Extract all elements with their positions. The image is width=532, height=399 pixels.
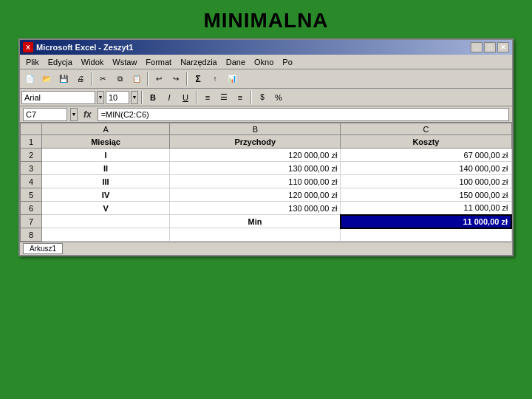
toolbar-sep-3	[186, 72, 188, 86]
row-num-4: 4	[21, 175, 42, 188]
autosum-button[interactable]: Σ	[190, 71, 206, 87]
cell-b3[interactable]: 130 000,00 zł	[170, 162, 341, 175]
cell-b2[interactable]: 120 000,00 zł	[170, 149, 341, 162]
cell-a1[interactable]: Miesiąc	[41, 135, 169, 149]
cell-c7[interactable]: 11 000,00 zł	[341, 215, 511, 228]
copy-button[interactable]: ⧉	[112, 71, 128, 87]
window-controls: _ □ ✕	[471, 42, 509, 52]
maximize-button[interactable]: □	[484, 42, 496, 52]
cell-a8[interactable]	[41, 228, 169, 242]
align-left-button[interactable]: ≡	[200, 91, 215, 104]
table-row: 4 III 110 000,00 zł 100 000,00 zł	[21, 175, 512, 188]
formula-bar: C7 ▼ fx =MIN(C2:C6)	[20, 106, 512, 123]
row-num-3: 3	[21, 162, 42, 175]
menu-widok[interactable]: Widok	[77, 57, 109, 67]
excel-window: X Microsoft Excel - Zeszyt1 _ □ ✕ Plik E…	[18, 38, 514, 256]
main-toolbar: 📄 📂 💾 🖨 ✂ ⧉ 📋 ↩ ↪ Σ ↑ 📊	[20, 69, 512, 89]
cell-a6[interactable]: V	[41, 202, 169, 215]
font-name-dropdown[interactable]: ▼	[97, 91, 104, 104]
menu-okno[interactable]: Okno	[250, 57, 278, 67]
currency-button[interactable]: $	[255, 91, 270, 104]
cell-a2[interactable]: I	[41, 149, 169, 162]
table-row: 5 IV 120 000,00 zł 150 000,00 zł	[21, 188, 512, 202]
cell-a7[interactable]	[41, 215, 169, 228]
window-title: Microsoft Excel - Zeszyt1	[36, 43, 471, 52]
fx-label: fx	[81, 109, 95, 120]
cell-b5[interactable]: 120 000,00 zł	[170, 188, 341, 202]
menu-wstaw[interactable]: Wstaw	[108, 57, 141, 67]
font-size-dropdown[interactable]: ▼	[131, 91, 138, 104]
cell-c1[interactable]: Koszty	[341, 135, 511, 149]
print-button[interactable]: 🖨	[72, 71, 89, 87]
cell-b1[interactable]: Przychody	[170, 135, 341, 149]
underline-button[interactable]: U	[178, 91, 193, 104]
menu-narzedzia[interactable]: Narzędzia	[176, 57, 222, 67]
spreadsheet-table: A B C 1 Miesiąc Przychody Koszty 2 I 120…	[20, 123, 512, 242]
cell-reference-box[interactable]: C7	[23, 108, 67, 121]
format-sep-3	[250, 91, 252, 104]
align-right-button[interactable]: ≡	[233, 91, 248, 104]
cell-c8[interactable]	[341, 228, 511, 242]
save-button[interactable]: 💾	[55, 71, 72, 87]
table-row: 1 Miesiąc Przychody Koszty	[21, 135, 512, 149]
percent-button[interactable]: %	[271, 91, 286, 104]
row-num-2: 2	[21, 149, 42, 162]
cut-button[interactable]: ✂	[95, 71, 111, 87]
table-row: 6 V 130 000,00 zł 11 000,00 zł	[21, 202, 512, 215]
new-button[interactable]: 📄	[21, 71, 38, 87]
col-header-a[interactable]: A	[41, 123, 169, 135]
menu-format[interactable]: Format	[141, 57, 176, 67]
spreadsheet-area: A B C 1 Miesiąc Przychody Koszty 2 I 120…	[20, 123, 512, 242]
redo-button[interactable]: ↪	[168, 71, 184, 87]
cell-a5[interactable]: IV	[41, 188, 169, 202]
cell-c6[interactable]: 11 000,00 zł	[341, 202, 511, 215]
cell-c2[interactable]: 67 000,00 zł	[341, 149, 511, 162]
menu-po[interactable]: Po	[278, 57, 296, 67]
minimize-button[interactable]: _	[471, 42, 482, 52]
app-icon: X	[23, 42, 33, 52]
cell-c3[interactable]: 140 000,00 zł	[341, 162, 511, 175]
row-num-8: 8	[21, 228, 42, 242]
toolbar-sep-1	[91, 72, 92, 86]
sort-asc-button[interactable]: ↑	[207, 71, 223, 87]
cell-c5[interactable]: 150 000,00 zł	[341, 188, 511, 202]
table-row: 3 II 130 000,00 zł 140 000,00 zł	[21, 162, 512, 175]
cell-c4[interactable]: 100 000,00 zł	[341, 175, 511, 188]
undo-button[interactable]: ↩	[151, 71, 167, 87]
menu-dane[interactable]: Dane	[222, 57, 250, 67]
font-size-box[interactable]: 10	[106, 91, 129, 104]
menu-edycja[interactable]: Edycja	[44, 57, 77, 67]
bold-button[interactable]: B	[146, 91, 160, 104]
col-header-row	[21, 123, 42, 135]
cell-b6[interactable]: 130 000,00 zł	[170, 202, 341, 215]
table-row: 8	[21, 228, 512, 242]
open-button[interactable]: 📂	[38, 71, 55, 87]
close-button[interactable]: ✕	[497, 42, 509, 52]
table-row: 2 I 120 000,00 zł 67 000,00 zł	[21, 149, 512, 162]
paste-button[interactable]: 📋	[129, 71, 145, 87]
row-num-7: 7	[21, 215, 42, 228]
cell-ref-dropdown[interactable]: ▼	[70, 108, 78, 121]
cell-b4[interactable]: 110 000,00 zł	[170, 175, 341, 188]
row-num-5: 5	[21, 188, 42, 202]
align-center-button[interactable]: ☰	[216, 91, 231, 104]
sheet-tab-1[interactable]: Arkusz1	[23, 243, 63, 254]
italic-button[interactable]: I	[162, 91, 177, 104]
table-row: 7 Min 11 000,00 zł	[21, 215, 512, 228]
formula-input[interactable]: =MIN(C2:C6)	[98, 108, 509, 121]
menu-plik[interactable]: Plik	[21, 57, 44, 67]
page-title: MINIMALNA	[203, 9, 328, 33]
toolbar-sep-2	[147, 72, 149, 86]
menu-bar: Plik Edycja Widok Wstaw Format Narzędzia…	[20, 55, 512, 69]
sheet-tab-bar: Arkusz1	[20, 242, 512, 255]
cell-a3[interactable]: II	[41, 162, 169, 175]
col-header-c[interactable]: C	[341, 123, 511, 135]
font-name-box[interactable]: Arial	[21, 91, 95, 104]
col-header-b[interactable]: B	[170, 123, 341, 135]
chart-button[interactable]: 📊	[224, 71, 240, 87]
cell-b7[interactable]: Min	[170, 215, 341, 228]
cell-b8[interactable]	[170, 228, 341, 242]
cell-a4[interactable]: III	[41, 175, 169, 188]
row-num-1: 1	[21, 135, 42, 149]
format-sep-1	[141, 91, 143, 104]
